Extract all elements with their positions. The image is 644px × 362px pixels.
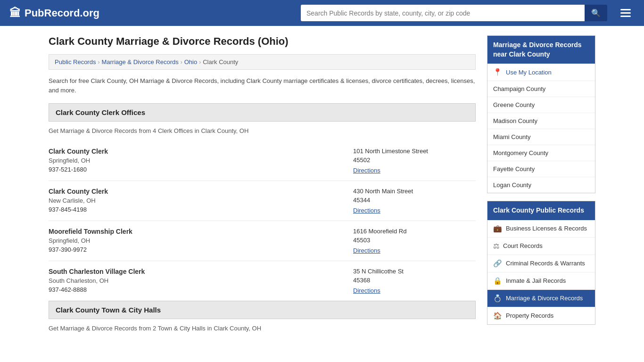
record-address-2: 1616 Moorefield Rd bbox=[353, 228, 476, 235]
record-right-1: 430 North Main Street 45344 Directions bbox=[353, 188, 476, 214]
nearby-header: Marriage & Divorce Records near Clark Co… bbox=[487, 36, 595, 64]
nearby-county-2[interactable]: Madison County bbox=[487, 113, 595, 129]
public-record-label-2: Criminal Records & Warrants bbox=[506, 260, 585, 267]
breadcrumb-marriage-divorce[interactable]: Marriage & Divorce Records bbox=[101, 58, 178, 66]
record-right-3: 35 N Chillicothe St 45368 Directions bbox=[353, 268, 476, 294]
record-left-0: Clark County Clerk Springfield, OH 937-5… bbox=[49, 148, 353, 174]
search-button[interactable]: 🔍 bbox=[585, 5, 607, 21]
clerk-entry-2: Moorefield Township Clerk Springfield, O… bbox=[49, 221, 476, 261]
record-left-2: Moorefield Township Clerk Springfield, O… bbox=[49, 228, 353, 254]
site-logo[interactable]: 🏛 PubRecord.org bbox=[9, 7, 99, 20]
nearby-body: 📍 Use My Location Champaign CountyGreene… bbox=[487, 64, 595, 193]
record-zip-2: 45503 bbox=[353, 237, 476, 244]
record-address-1: 430 North Main Street bbox=[353, 188, 476, 195]
use-location[interactable]: 📍 Use My Location bbox=[487, 64, 595, 81]
sep-2: › bbox=[181, 59, 182, 66]
record-name-2: Moorefield Township Clerk bbox=[49, 228, 353, 235]
record-phone-0: 937-521-1680 bbox=[49, 166, 353, 173]
record-zip-1: 45344 bbox=[353, 197, 476, 204]
menu-line-2 bbox=[620, 12, 631, 14]
directions-link-2[interactable]: Directions bbox=[353, 247, 380, 254]
clerk-entry-3: South Charleston Village Clerk South Cha… bbox=[49, 261, 476, 301]
record-left-3: South Charleston Village Clerk South Cha… bbox=[49, 268, 353, 294]
record-zip-0: 45502 bbox=[353, 156, 476, 164]
nearby-county-3[interactable]: Miami County bbox=[487, 129, 595, 145]
sep-1: › bbox=[98, 59, 99, 66]
record-city-2: Springfield, OH bbox=[49, 237, 353, 244]
search-bar: 🔍 bbox=[301, 5, 607, 21]
sep-3: › bbox=[199, 59, 201, 66]
nearby-box: Marriage & Divorce Records near Clark Co… bbox=[487, 35, 595, 193]
record-city-3: South Charleston, OH bbox=[49, 277, 353, 284]
breadcrumb: Public Records › Marriage & Divorce Reco… bbox=[49, 54, 476, 70]
page-title: Clark County Marriage & Divorce Records … bbox=[49, 35, 476, 48]
public-record-item-4[interactable]: 💍 Marriage & Divorce Records bbox=[487, 290, 595, 307]
public-record-icon-1: ⚖ bbox=[493, 242, 499, 250]
nearby-county-0[interactable]: Champaign County bbox=[487, 81, 595, 97]
directions-link-1[interactable]: Directions bbox=[353, 207, 380, 214]
public-record-icon-2: 🔗 bbox=[493, 259, 502, 268]
clerk-offices-desc: Get Marriage & Divorce Records from 4 Cl… bbox=[49, 127, 476, 134]
nearby-county-1[interactable]: Greene County bbox=[487, 97, 595, 113]
public-record-label-1: Court Records bbox=[503, 242, 543, 249]
breadcrumb-current: Clark County bbox=[203, 58, 238, 66]
record-name-0: Clark County Clerk bbox=[49, 148, 353, 155]
record-zip-3: 45368 bbox=[353, 277, 476, 284]
clerk-offices-list: Clark County Clerk Springfield, OH 937-5… bbox=[49, 141, 476, 301]
search-input[interactable] bbox=[301, 5, 585, 21]
town-halls-header: Clark County Town & City Halls bbox=[49, 301, 476, 319]
record-phone-1: 937-845-4198 bbox=[49, 206, 353, 213]
public-record-label-3: Inmate & Jail Records bbox=[506, 277, 566, 284]
directions-link-0[interactable]: Directions bbox=[353, 167, 380, 174]
logo-icon: 🏛 bbox=[9, 7, 21, 20]
menu-line-1 bbox=[620, 9, 631, 10]
public-record-item-5[interactable]: 🏠 Property Records bbox=[487, 307, 595, 324]
public-records-body: 💼 Business Licenses & Records ⚖ Court Re… bbox=[487, 220, 595, 324]
record-right-0: 101 North Limestone Street 45502 Directi… bbox=[353, 148, 476, 174]
record-city-0: Springfield, OH bbox=[49, 157, 353, 164]
breadcrumb-ohio[interactable]: Ohio bbox=[184, 58, 197, 66]
sidebar: Marriage & Divorce Records near Clark Co… bbox=[487, 35, 595, 338]
public-record-icon-4: 💍 bbox=[493, 294, 502, 303]
record-address-0: 101 North Limestone Street bbox=[353, 148, 476, 155]
nearby-county-4[interactable]: Montgomery County bbox=[487, 145, 595, 161]
use-location-label: Use My Location bbox=[506, 69, 552, 76]
record-address-3: 35 N Chillicothe St bbox=[353, 268, 476, 275]
record-left-1: Clark County Clerk New Carlisle, OH 937-… bbox=[49, 188, 353, 214]
breadcrumb-public-records[interactable]: Public Records bbox=[55, 58, 96, 66]
logo-text: PubRecord.org bbox=[25, 7, 99, 19]
public-records-box: Clark County Public Records 💼 Business L… bbox=[487, 201, 595, 325]
header: 🏛 PubRecord.org 🔍 bbox=[0, 0, 644, 26]
record-name-3: South Charleston Village Clerk bbox=[49, 268, 353, 275]
clerk-entry-0: Clark County Clerk Springfield, OH 937-5… bbox=[49, 141, 476, 181]
public-record-item-1[interactable]: ⚖ Court Records bbox=[487, 238, 595, 255]
record-right-2: 1616 Moorefield Rd 45503 Directions bbox=[353, 228, 476, 254]
menu-button[interactable] bbox=[617, 7, 635, 19]
main-content: Clark County Marriage & Divorce Records … bbox=[49, 35, 476, 338]
record-phone-3: 937-462-8888 bbox=[49, 286, 353, 293]
public-record-item-3[interactable]: 🔒 Inmate & Jail Records bbox=[487, 272, 595, 290]
clerk-entry-1: Clark County Clerk New Carlisle, OH 937-… bbox=[49, 181, 476, 221]
public-record-icon-0: 💼 bbox=[493, 224, 502, 233]
public-record-label-5: Property Records bbox=[506, 312, 553, 319]
nearby-counties-list: Champaign CountyGreene CountyMadison Cou… bbox=[487, 81, 595, 193]
nearby-county-6[interactable]: Logan County bbox=[487, 177, 595, 193]
public-record-label-4: Marriage & Divorce Records bbox=[506, 295, 583, 302]
public-records-header: Clark County Public Records bbox=[487, 201, 595, 220]
public-record-item-0[interactable]: 💼 Business Licenses & Records bbox=[487, 220, 595, 238]
directions-link-3[interactable]: Directions bbox=[353, 287, 380, 294]
town-halls-desc: Get Marriage & Divorce Records from 2 To… bbox=[49, 325, 476, 332]
nearby-county-5[interactable]: Fayette County bbox=[487, 161, 595, 177]
public-record-icon-3: 🔒 bbox=[493, 277, 502, 285]
page-description: Search for free Clark County, OH Marriag… bbox=[49, 76, 476, 95]
location-icon: 📍 bbox=[493, 68, 502, 76]
record-name-1: Clark County Clerk bbox=[49, 188, 353, 195]
public-record-label-0: Business Licenses & Records bbox=[506, 225, 587, 232]
public-record-item-2[interactable]: 🔗 Criminal Records & Warrants bbox=[487, 255, 595, 272]
record-city-1: New Carlisle, OH bbox=[49, 197, 353, 204]
record-phone-2: 937-390-9972 bbox=[49, 246, 353, 253]
clerk-offices-header: Clark County Clerk Offices bbox=[49, 103, 476, 122]
page-wrapper: Clark County Marriage & Divorce Records … bbox=[39, 26, 605, 348]
menu-line-3 bbox=[620, 16, 631, 17]
public-record-icon-5: 🏠 bbox=[493, 312, 502, 320]
